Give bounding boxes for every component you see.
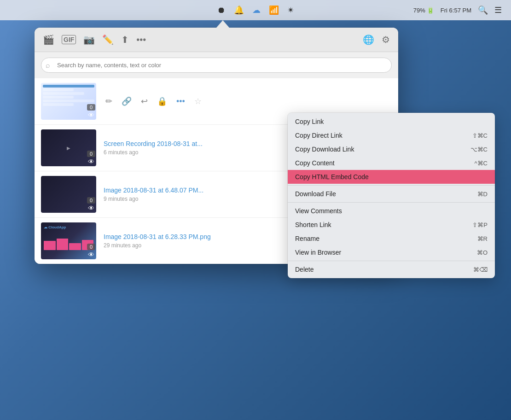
menu-label: Copy HTML Embed Code [295,173,369,181]
menu-item-view-comments[interactable]: View Comments [288,204,495,218]
menu-label: Copy Link [295,118,324,125]
menu-label: Shorten Link [295,221,331,228]
menu-shortcut: ⌘O [477,249,488,256]
add-gif-icon[interactable]: GIF [62,35,76,44]
item-thumbnail: 0 👁 [41,83,96,120]
menu-label: Delete [295,266,314,273]
search-wrapper [41,58,392,73]
menu-label: View Comments [295,207,342,215]
eye-icon: 👁 [88,111,94,119]
annotate-icon[interactable]: ✏️ [102,34,114,45]
menubar-center: ⏺ 🔔 ☁ 📶 ✴ [217,5,294,15]
bluetooth-icon[interactable]: ✴ [287,5,294,15]
menu-item-rename[interactable]: Rename ⌘R [288,232,495,245]
lock-icon[interactable]: 🔒 [157,96,167,106]
menu-item-shorten-link[interactable]: Shorten Link ⇧⌘P [288,218,495,232]
wifi-icon[interactable]: 📶 [269,5,279,15]
menu-item-copy-direct-link[interactable]: Copy Direct Link ⇧⌘C [288,128,495,142]
link-icon[interactable]: 🔗 [122,96,132,106]
view-badge: 0 [87,244,95,250]
view-badge: 0 [87,197,95,204]
context-menu: Copy Link Copy Direct Link ⇧⌘C Copy Down… [288,113,495,278]
desktop: ⏺ 🔔 ☁ 📶 ✴ 79% 🔋 Fri 6:57 PM 🔍 ☰ 🎬 GIF 📷 … [0,0,511,420]
menubar: ⏺ 🔔 ☁ 📶 ✴ 79% 🔋 Fri 6:57 PM 🔍 ☰ [0,0,511,20]
menu-label: View in Browser [295,249,341,256]
edit-icon[interactable]: ✏ [105,96,112,106]
menu-shortcut: ⌘⌫ [473,266,488,273]
menu-shortcut: ^⌘C [475,160,488,167]
menu-item-copy-link[interactable]: Copy Link [288,115,495,128]
menu-shortcut: ⌥⌘C [470,146,488,153]
menu-icon[interactable]: ☰ [494,5,502,15]
item-thumbnail: ▶ 0 👁 [41,129,96,166]
notification-icon[interactable]: 🔔 [234,5,244,15]
menu-label: Copy Download Link [295,146,354,153]
search-menubar-icon[interactable]: 🔍 [478,5,488,15]
menu-item-copy-html-embed[interactable]: Copy HTML Embed Code [288,170,495,184]
popup-arrow [216,20,229,28]
globe-icon[interactable]: 🌐 [363,34,374,45]
record-icon[interactable]: ⏺ [217,6,226,15]
view-badge: 0 [87,104,95,111]
menu-separator [288,202,495,203]
menu-label: Copy Content [295,159,335,167]
share-icon[interactable]: ↩ [141,96,148,106]
cloud-icon[interactable]: ☁ [252,5,261,15]
item-thumbnail: 0 👁 [41,176,96,213]
upload-icon[interactable]: ⬆ [121,34,129,45]
menu-label: Copy Direct Link [295,132,343,139]
view-badge: 0 [87,151,95,157]
toolbar: 🎬 GIF 📷 ✏️ ⬆ ••• 🌐 ⚙ [35,28,398,52]
eye-icon: 👁 [88,158,94,165]
settings-icon[interactable]: ⚙ [382,34,390,45]
menu-item-copy-content[interactable]: Copy Content ^⌘C [288,156,495,170]
add-video-icon[interactable]: 🎬 [43,34,54,45]
menu-separator [288,261,495,261]
toolbar-right: 🌐 ⚙ [363,34,390,45]
menu-item-delete[interactable]: Delete ⌘⌫ [288,262,495,276]
search-container [35,52,398,78]
battery-status: 79% 🔋 [413,7,434,14]
more-icon[interactable]: ••• [176,97,185,106]
star-icon[interactable]: ☆ [194,96,202,106]
menu-item-view-in-browser[interactable]: View in Browser ⌘O [288,245,495,259]
search-input[interactable] [41,58,392,73]
battery-percent: 79% [413,7,425,14]
eye-icon: 👁 [88,204,94,212]
more-toolbar-icon[interactable]: ••• [136,35,146,45]
item-thumbnail: ☁ CloudApp 0 👁 [41,222,96,259]
eye-icon: 👁 [88,251,94,258]
menubar-time: Fri 6:57 PM [441,7,471,14]
menu-item-download-file[interactable]: Download File ⌘D [288,187,495,201]
menu-label: Rename [295,235,319,242]
add-screenshot-icon[interactable]: 📷 [83,34,95,45]
menu-shortcut: ⌘D [477,191,488,198]
menu-shortcut: ⌘R [477,235,488,242]
menu-item-copy-download-link[interactable]: Copy Download Link ⌥⌘C [288,142,495,156]
menu-label: Download File [295,190,336,198]
menubar-right: 79% 🔋 Fri 6:57 PM 🔍 ☰ [413,5,502,15]
menu-shortcut: ⇧⌘P [472,222,488,228]
menu-shortcut: ⇧⌘C [472,132,488,139]
menu-separator [288,185,495,186]
